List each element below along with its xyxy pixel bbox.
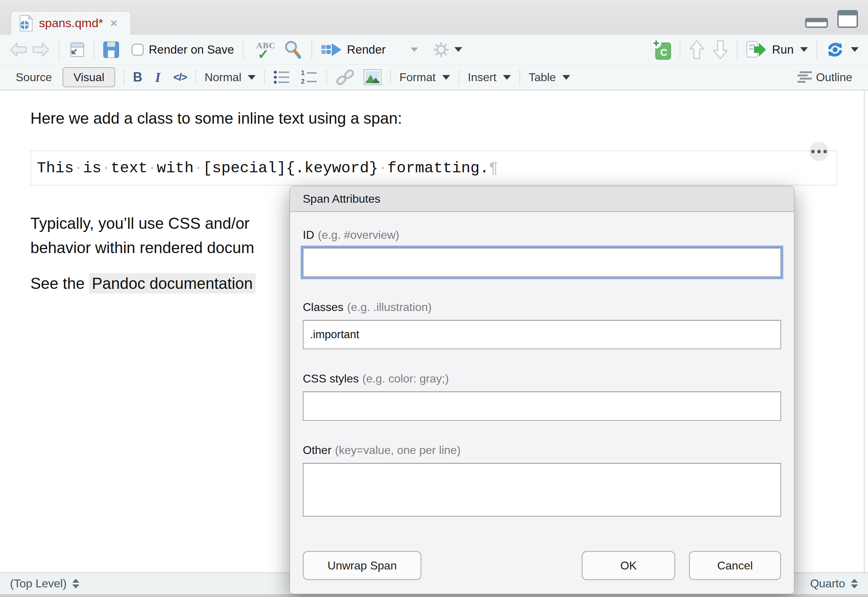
file-tab-spans-qmd[interactable]: spans.qmd* × bbox=[11, 11, 131, 35]
forward-icon[interactable] bbox=[31, 42, 50, 58]
insert-menu-caret[interactable] bbox=[503, 75, 511, 80]
inline-code-button[interactable]: </> bbox=[174, 71, 187, 83]
bullet-list-icon[interactable] bbox=[273, 70, 291, 85]
spellcheck-icon[interactable]: ABC ✓ bbox=[254, 41, 278, 58]
rerun-dropdown-caret[interactable] bbox=[851, 47, 859, 52]
window-controls bbox=[805, 10, 858, 28]
numbered-list-icon[interactable]: 1 2 bbox=[301, 70, 318, 85]
rstudio-editor-window: spans.qmd* × bbox=[0, 0, 868, 597]
run-icon bbox=[746, 41, 767, 59]
ok-button[interactable]: OK bbox=[582, 551, 675, 580]
scope-selector[interactable]: (Top Level) bbox=[10, 577, 79, 590]
gear-dropdown-caret[interactable] bbox=[454, 47, 462, 52]
svg-text:2: 2 bbox=[301, 78, 304, 85]
other-field-label: Other(key=value, one per line) bbox=[303, 444, 781, 458]
format-menu[interactable]: Format bbox=[399, 71, 435, 84]
render-icon bbox=[320, 42, 342, 58]
format-toolbar: Source Visual B I </> Normal 1 2 bbox=[0, 65, 868, 91]
link-icon[interactable] bbox=[336, 68, 355, 86]
run-dropdown-caret[interactable] bbox=[800, 47, 808, 52]
italic-button[interactable]: I bbox=[155, 69, 160, 85]
minimize-icon[interactable] bbox=[805, 18, 828, 28]
paragraph-1: Here we add a class to some inline text … bbox=[30, 106, 402, 131]
run-button[interactable]: Run bbox=[772, 43, 794, 56]
visual-mode-button[interactable]: Visual bbox=[62, 67, 115, 87]
paragraph-style-dropdown[interactable]: Normal bbox=[205, 71, 241, 84]
paragraph-3: See the Pandoc documentation bbox=[30, 271, 255, 296]
paragraph-style-caret[interactable] bbox=[248, 75, 255, 80]
span-code-block[interactable]: This·is·text·with·[special]{.keyword}·fo… bbox=[30, 150, 837, 186]
insert-chunk-icon[interactable]: C + bbox=[653, 40, 671, 60]
other-input[interactable] bbox=[303, 463, 781, 517]
image-icon[interactable] bbox=[364, 69, 381, 85]
render-button[interactable]: Render bbox=[347, 43, 386, 56]
code-line: This·is·text·with·[special]{.keyword}·fo… bbox=[37, 159, 498, 177]
source-mode-button[interactable]: Source bbox=[16, 71, 52, 84]
go-previous-section-icon[interactable] bbox=[689, 40, 705, 60]
id-field-label: ID(e.g. #overview) bbox=[303, 229, 781, 243]
pandoc-documentation-link[interactable]: Pandoc documentation bbox=[89, 273, 255, 294]
classes-field-label: Classes(e.g. .illustration) bbox=[303, 301, 781, 315]
css-styles-input[interactable] bbox=[303, 391, 781, 421]
block-options-ellipsis-button[interactable] bbox=[809, 142, 829, 161]
quarto-file-icon bbox=[19, 15, 33, 32]
go-next-section-icon[interactable] bbox=[712, 40, 728, 60]
classes-input[interactable] bbox=[303, 320, 781, 349]
gear-icon[interactable] bbox=[433, 42, 450, 58]
outline-toggle[interactable]: Outline bbox=[816, 71, 852, 84]
maximize-icon[interactable] bbox=[837, 10, 858, 28]
unwrap-span-button[interactable]: Unwrap Span bbox=[303, 551, 421, 580]
insert-menu[interactable]: Insert bbox=[468, 71, 497, 84]
render-on-save-label: Render on Save bbox=[149, 43, 234, 56]
main-toolbar: Render on Save ABC ✓ Render bbox=[0, 35, 868, 65]
document-format-selector[interactable]: Quarto bbox=[810, 577, 858, 590]
back-icon[interactable] bbox=[9, 42, 28, 58]
rerun-icon[interactable] bbox=[826, 41, 844, 59]
save-icon[interactable] bbox=[103, 41, 119, 58]
id-input[interactable] bbox=[303, 248, 781, 277]
window-bottom-edge bbox=[0, 594, 868, 597]
popout-window-icon[interactable] bbox=[68, 42, 85, 58]
editor-right-edge bbox=[864, 91, 865, 572]
tab-bar: spans.qmd* × bbox=[0, 0, 868, 35]
paragraph-2: Typically, you’ll use CSS and/or behavio… bbox=[30, 211, 254, 260]
css-styles-field-label: CSS styles(e.g. color: gray;) bbox=[303, 372, 781, 386]
search-icon[interactable] bbox=[283, 40, 303, 60]
dialog-title: Span Attributes bbox=[303, 192, 380, 206]
svg-text:1: 1 bbox=[301, 70, 304, 77]
dialog-title-bar[interactable]: Span Attributes bbox=[290, 186, 794, 212]
span-attributes-dialog: Span Attributes ID(e.g. #overview) Class… bbox=[289, 186, 794, 594]
tab-close-icon[interactable]: × bbox=[110, 16, 118, 30]
bold-button[interactable]: B bbox=[133, 70, 142, 85]
format-selector-arrows-icon bbox=[851, 579, 858, 588]
table-menu-caret[interactable] bbox=[562, 75, 570, 80]
format-menu-caret[interactable] bbox=[442, 75, 450, 80]
scope-selector-arrows-icon bbox=[72, 579, 79, 588]
table-menu[interactable]: Table bbox=[529, 71, 556, 84]
render-dropdown-caret[interactable] bbox=[411, 48, 418, 52]
render-on-save-checkbox[interactable] bbox=[132, 44, 144, 56]
outline-icon[interactable] bbox=[798, 71, 812, 84]
tab-title: spans.qmd* bbox=[39, 16, 103, 30]
cancel-button[interactable]: Cancel bbox=[689, 551, 781, 580]
